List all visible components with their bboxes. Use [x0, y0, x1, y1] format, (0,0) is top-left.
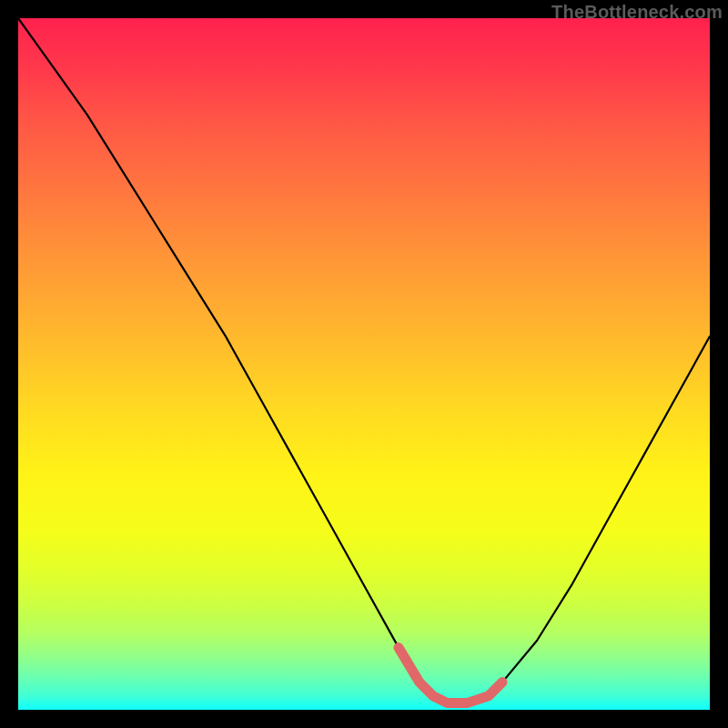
watermark-text: TheBottleneck.com [551, 2, 723, 23]
chart-svg [18, 18, 710, 710]
chart-frame: TheBottleneck.com [0, 0, 728, 728]
optimal-zone-highlight [399, 648, 502, 703]
chart-plot-area [18, 18, 710, 710]
bottleneck-curve [18, 18, 710, 703]
